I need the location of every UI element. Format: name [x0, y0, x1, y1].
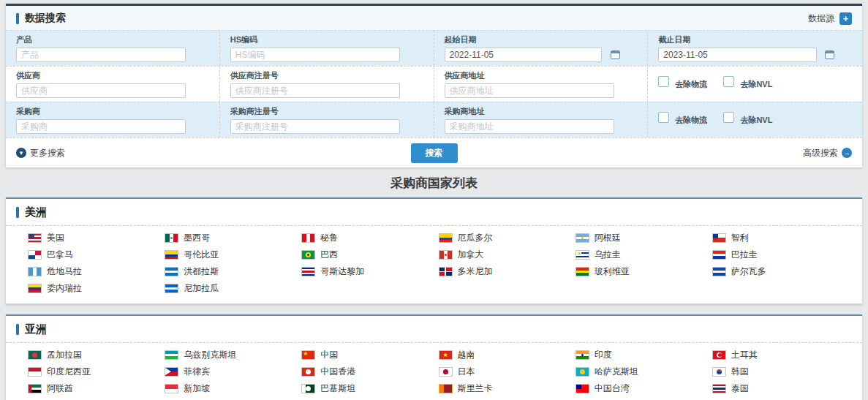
country-item[interactable]: 阿根廷: [575, 230, 712, 246]
country-flag-icon: [575, 233, 589, 243]
buyer-input[interactable]: [16, 119, 186, 134]
country-item[interactable]: 乌兹别克斯坦: [165, 347, 301, 363]
buyer-remove-nvl-checkbox[interactable]: 去除NVL: [723, 112, 772, 126]
country-name: 斯里兰卡: [458, 382, 493, 395]
end-date-input[interactable]: [658, 48, 817, 62]
buyer-reg-input[interactable]: [230, 119, 400, 134]
supplier-reg-input[interactable]: [230, 83, 400, 98]
country-item[interactable]: 印度尼西亚: [28, 363, 165, 380]
add-datasource-button[interactable]: [839, 12, 852, 25]
country-item[interactable]: 不丹: [575, 397, 712, 400]
country-item[interactable]: 伊拉克: [712, 397, 849, 400]
supplier-remove-logistics-checkbox[interactable]: 去除物流: [658, 76, 707, 90]
country-item[interactable]: 秘鲁: [301, 230, 438, 246]
country-name: 乌兹别克斯坦: [184, 349, 236, 361]
country-item[interactable]: 智利: [712, 230, 849, 246]
country-item[interactable]: 洪都拉斯: [165, 263, 301, 280]
buyer-label: 采购商: [16, 106, 209, 117]
country-item[interactable]: 日本: [439, 363, 575, 380]
country-item[interactable]: 玻利维亚: [575, 263, 712, 280]
supplier-input[interactable]: [16, 83, 186, 98]
country-item[interactable]: 尼泊尔: [28, 397, 165, 400]
country-name: 土耳其: [731, 349, 758, 361]
calendar-icon[interactable]: [825, 50, 834, 59]
country-item[interactable]: 巴基斯坦: [301, 380, 438, 397]
start-date-input[interactable]: [445, 48, 603, 62]
country-item[interactable]: 哥斯达黎加: [301, 263, 438, 280]
supplier-addr-input[interactable]: [445, 83, 614, 98]
advanced-search-link[interactable]: 高级搜索: [803, 147, 852, 159]
country-flag-icon: [28, 267, 42, 276]
country-item[interactable]: 委内瑞拉: [28, 280, 165, 297]
checkbox-icon[interactable]: [658, 112, 669, 123]
country-item[interactable]: 马来西亚: [165, 397, 301, 400]
country-flag-icon: [165, 233, 178, 243]
country-item[interactable]: 萨尔瓦多: [712, 263, 849, 280]
country-item[interactable]: 墨西哥: [165, 230, 301, 246]
country-name: 哈萨克斯坦: [595, 366, 638, 378]
country-name: 巴拿马: [47, 249, 73, 261]
country-item[interactable]: 巴拿马: [28, 246, 165, 263]
country-name: 日本: [458, 366, 475, 378]
country-name: 阿联酋: [47, 382, 73, 395]
region-list: 美洲美国墨西哥秘鲁厄瓜多尔阿根廷智利巴拿马哥伦比亚巴西加拿大★乌拉圭巴拉圭危地马…: [0, 197, 868, 400]
accent-bar: [16, 324, 19, 335]
field-supplier: 供应商: [6, 67, 220, 102]
country-grid: 美国墨西哥秘鲁厄瓜多尔阿根廷智利巴拿马哥伦比亚巴西加拿大★乌拉圭巴拉圭危地马拉洪…: [6, 226, 862, 303]
field-start-date: 起始日期: [434, 31, 649, 66]
country-item[interactable]: 印度: [575, 347, 712, 363]
buyer-addr-input[interactable]: [445, 119, 614, 134]
country-flag-icon: [301, 233, 315, 243]
country-item[interactable]: 巴拉圭: [712, 246, 849, 263]
country-flag-icon: [28, 233, 42, 243]
country-item[interactable]: 斯里兰卡: [439, 380, 575, 397]
country-item[interactable]: 菲律宾: [165, 363, 301, 380]
country-item[interactable]: 孟加拉国: [28, 347, 165, 363]
country-item[interactable]: 中国台湾: [575, 380, 712, 397]
country-flag-icon: [301, 267, 315, 276]
country-item[interactable]: 巴西: [301, 246, 438, 263]
country-item[interactable]: 厄瓜多尔: [439, 230, 575, 246]
country-item[interactable]: 土耳其: [712, 347, 849, 363]
country-name: 萨尔瓦多: [731, 265, 766, 278]
field-hs-code: HS编码: [220, 31, 434, 66]
product-label: 产品: [16, 34, 209, 45]
country-item[interactable]: 危地马拉: [28, 263, 165, 280]
country-name: 新加坡: [184, 382, 210, 395]
buyer-remove-logistics-checkbox[interactable]: 去除物流: [658, 112, 707, 126]
form-row-1: 产品 HS编码 起始日期 截止日期: [6, 30, 862, 66]
country-item[interactable]: 哈萨克斯坦: [575, 363, 712, 380]
country-item[interactable]: 哥伦比亚: [165, 246, 301, 263]
checkbox-icon[interactable]: [723, 112, 734, 123]
checkbox-icon[interactable]: [723, 76, 734, 87]
product-input[interactable]: [16, 48, 186, 62]
country-flag-icon: [28, 284, 42, 293]
country-flag-icon: [712, 267, 726, 276]
arrow-right-circle-icon: [842, 148, 852, 158]
calendar-icon[interactable]: [611, 50, 620, 59]
country-item[interactable]: ★以色列: [439, 397, 575, 400]
country-name: 中国香港: [320, 366, 355, 378]
country-item[interactable]: ★中国: [301, 347, 438, 363]
region-card: 亚洲孟加拉国乌兹别克斯坦★中国★越南印度土耳其印度尼西亚菲律宾中国香港日本哈萨克…: [6, 314, 862, 400]
hs-code-input[interactable]: [230, 48, 400, 62]
country-item[interactable]: 尼加拉瓜: [165, 280, 301, 297]
supplier-remove-nvl-checkbox[interactable]: 去除NVL: [723, 76, 772, 90]
country-item[interactable]: 韩国: [712, 363, 849, 380]
country-item[interactable]: 中国香港: [301, 363, 438, 380]
country-item[interactable]: 美国: [28, 230, 165, 246]
country-item[interactable]: ★乌拉圭: [575, 246, 712, 263]
search-button[interactable]: 搜索: [411, 143, 458, 163]
more-search-toggle[interactable]: 更多搜索: [16, 147, 65, 159]
country-flag-icon: [301, 367, 315, 377]
checkbox-icon[interactable]: [658, 76, 669, 87]
country-item[interactable]: 泰国: [712, 380, 849, 397]
country-item[interactable]: 新加坡: [165, 380, 301, 397]
country-item[interactable]: 阿联酋: [28, 380, 165, 397]
country-item[interactable]: 沙特阿拉伯: [301, 397, 438, 400]
country-item[interactable]: ★越南: [439, 347, 575, 363]
country-item[interactable]: 加拿大: [439, 246, 575, 263]
country-flag-icon: [165, 367, 178, 377]
country-item[interactable]: 多米尼加: [439, 263, 575, 280]
country-name: 巴基斯坦: [320, 382, 355, 395]
